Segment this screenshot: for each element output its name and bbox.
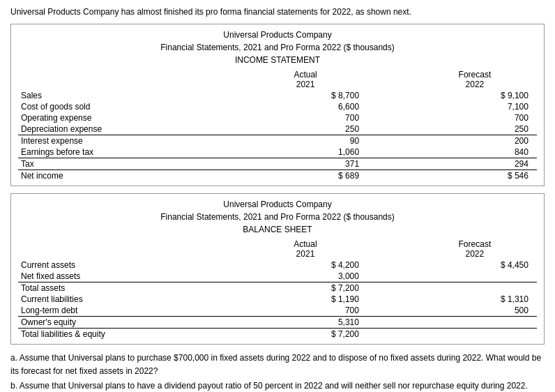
row-forecast: $ 9,100 (418, 90, 531, 101)
row-forecast (418, 282, 531, 294)
row-label: Total assets (18, 282, 249, 294)
income-statement-title: Universal Products Company Financial Sta… (18, 29, 537, 66)
income-row: Cost of goods sold 6,600 7,100 (18, 101, 537, 112)
row-label: Earnings before tax (18, 146, 249, 158)
balance-row: Long-term debt 700 500 (18, 305, 537, 317)
row-actual: 250 (249, 123, 362, 135)
row-actual: 700 (249, 112, 362, 123)
balance-row: Net fixed assets 3,000 (18, 271, 537, 282)
balance-row: Current assets $ 4,200 $ 4,450 (18, 259, 537, 271)
row-forecast: 840 (418, 146, 531, 158)
row-actual: 1,060 (249, 146, 362, 158)
row-label: Owner's equity (18, 317, 249, 329)
row-forecast: 294 (418, 158, 531, 170)
forecast-header: Forecast 2022 (418, 69, 531, 90)
row-forecast (418, 329, 531, 340)
income-row: Tax 371 294 (18, 158, 537, 170)
row-forecast: $ 1,310 (418, 294, 531, 305)
row-forecast (418, 317, 531, 329)
intro-text: Universal Products Company has almost fi… (10, 7, 545, 17)
bs-forecast-header: Forecast 2022 (418, 239, 531, 259)
balance-row: Current liabilities $ 1,190 $ 1,310 (18, 294, 537, 305)
row-label: Current assets (18, 259, 249, 271)
income-statement-table: Actual 2021 Forecast 2022 Sales $ 8,700 … (18, 69, 537, 181)
row-label: Tax (18, 158, 249, 170)
row-forecast: 500 (418, 305, 531, 317)
bs-actual-header: Actual 2021 (249, 239, 362, 259)
actual-header: Actual 2021 (249, 69, 362, 90)
row-forecast: 7,100 (418, 101, 531, 112)
row-forecast: $ 4,450 (418, 259, 531, 271)
row-actual: $ 4,200 (249, 259, 362, 271)
row-actual: 90 (249, 135, 362, 147)
row-actual: 5,310 (249, 317, 362, 329)
row-label: Net income (18, 170, 249, 182)
income-row: Interest expense 90 200 (18, 135, 537, 147)
row-label: Net fixed assets (18, 271, 249, 282)
income-row: Earnings before tax 1,060 840 (18, 146, 537, 158)
income-row: Operating expense 700 700 (18, 112, 537, 123)
row-label: Interest expense (18, 135, 249, 147)
row-actual: $ 7,200 (249, 329, 362, 340)
row-label: Cost of goods sold (18, 101, 249, 112)
balance-sheet-table: Actual 2021 Forecast 2022 Current assets… (18, 239, 537, 340)
row-forecast: 700 (418, 112, 531, 123)
row-actual: $ 7,200 (249, 282, 362, 294)
income-row: Sales $ 8,700 $ 9,100 (18, 90, 537, 101)
row-actual: $ 689 (249, 170, 362, 182)
income-statement-container: Universal Products Company Financial Sta… (10, 24, 545, 186)
balance-sheet-title: Universal Products Company Financial Sta… (18, 198, 537, 236)
row-forecast: 200 (418, 135, 531, 147)
row-actual: 3,000 (249, 271, 362, 282)
balance-sheet-container: Universal Products Company Financial Sta… (10, 193, 545, 345)
row-label: Current liabilities (18, 294, 249, 305)
row-actual: $ 1,190 (249, 294, 362, 305)
balance-row: Total assets $ 7,200 (18, 282, 537, 294)
questions-section: a. Assume that Universal plans to purcha… (10, 352, 545, 392)
question-b: b. Assume that Universal plans to have a… (10, 379, 545, 392)
row-forecast (418, 271, 531, 282)
row-forecast: $ 546 (418, 170, 531, 182)
row-label: Long-term debt (18, 305, 249, 317)
row-forecast: 250 (418, 123, 531, 135)
balance-row: Owner's equity 5,310 (18, 317, 537, 329)
row-label: Operating expense (18, 112, 249, 123)
balance-row: Total liabilities & equity $ 7,200 (18, 329, 537, 340)
income-row: Depreciation expense 250 250 (18, 123, 537, 135)
row-label: Sales (18, 90, 249, 101)
row-actual: 6,600 (249, 101, 362, 112)
question-a: a. Assume that Universal plans to purcha… (10, 352, 545, 378)
row-label: Depreciation expense (18, 123, 249, 135)
row-actual: 700 (249, 305, 362, 317)
income-row: Net income $ 689 $ 546 (18, 170, 537, 182)
row-actual: $ 8,700 (249, 90, 362, 101)
row-label: Total liabilities & equity (18, 329, 249, 340)
row-actual: 371 (249, 158, 362, 170)
